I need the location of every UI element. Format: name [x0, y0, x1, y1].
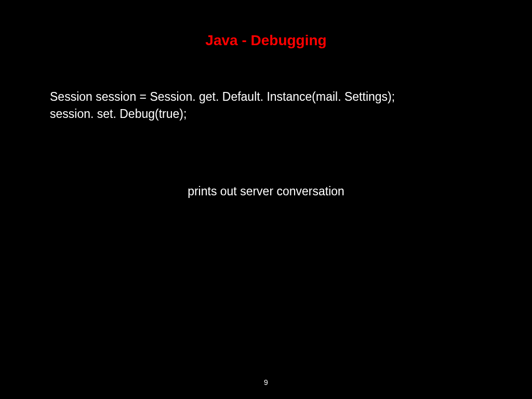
- code-line-1: Session session = Session. get. Default.…: [50, 88, 395, 105]
- code-line-2: session. set. Debug(true);: [50, 105, 395, 123]
- description-text: prints out server conversation: [0, 184, 532, 198]
- page-number: 9: [0, 378, 532, 387]
- code-block: Session session = Session. get. Default.…: [50, 88, 395, 123]
- slide-title: Java - Debugging: [0, 0, 532, 49]
